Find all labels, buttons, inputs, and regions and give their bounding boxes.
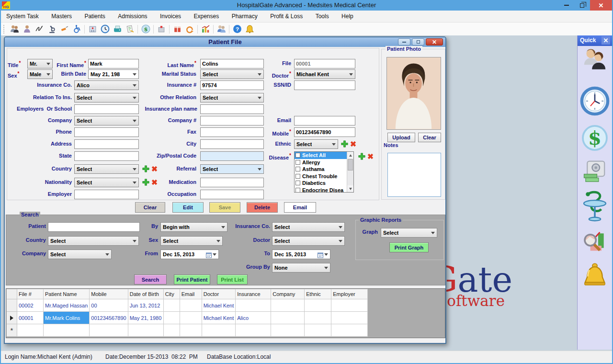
edit-button[interactable]: Edit [172,202,204,213]
save-button[interactable]: Save [209,202,240,213]
emergency-icon[interactable] [71,24,82,34]
disease-option-select-all[interactable]: Select All [295,152,353,159]
gift-icon[interactable] [172,24,182,34]
col-company[interactable]: Company [271,289,305,299]
company-select[interactable]: Select [74,116,139,125]
cell-company[interactable] [271,312,305,324]
disease-add-icon[interactable] [358,152,366,160]
cell-insurance[interactable] [236,299,271,312]
dialog-close-button[interactable]: ✕ [426,38,443,46]
cell-email[interactable] [180,312,202,324]
relation-to-ins-select[interactable]: Select [74,93,139,102]
cell-patient-name-selected[interactable]: Mr.Mark Colins [44,312,90,324]
new-row-header[interactable]: * [7,324,17,337]
mobile-input[interactable] [294,127,355,137]
quick-cash-safe-icon[interactable] [582,159,608,187]
print-graph-button[interactable]: Print Graph [389,242,429,252]
ssn-input[interactable] [294,80,355,90]
search-button[interactable]: Search [134,274,167,284]
menu-invoices[interactable]: Invoices [155,11,186,23]
stock-report-icon[interactable] [200,24,211,34]
doctors-icon[interactable] [216,24,227,34]
phone-input[interactable] [74,127,139,137]
cell-city[interactable] [163,299,180,312]
scroll-thumb[interactable] [348,159,353,171]
quick-pharmacy-icon[interactable] [581,191,609,225]
clear-button[interactable]: Clear [135,202,165,213]
employer-input[interactable] [74,190,139,199]
col-email[interactable]: Email [180,289,202,299]
cell-doctor[interactable]: Michael Kent [202,312,236,324]
search-to-date[interactable]: Dec 15, 2013 [272,250,330,259]
quick-reminder-bell-icon[interactable] [582,262,608,291]
fax-icon[interactable] [112,24,123,34]
col-file[interactable]: File # [17,289,44,299]
address-input[interactable] [74,139,139,149]
graph-select[interactable]: Select [381,228,437,238]
col-ethnic[interactable]: Ethnic [305,289,331,299]
other-relation-select[interactable]: Select [200,93,264,102]
quick-billing-icon[interactable]: $ [580,124,609,154]
col-doctor[interactable]: Doctor [202,289,236,299]
pharmacy-box-icon[interactable] [156,24,167,34]
nationality-select[interactable]: Select [74,178,139,187]
cell-employer[interactable] [331,299,368,312]
cell-insurance[interactable]: Alico [236,312,271,324]
cell-file[interactable]: 00001 [17,312,44,324]
email-button[interactable]: Email [284,202,316,213]
hospital-icon[interactable] [87,24,98,34]
insurance-co-select[interactable]: Alico [74,80,139,90]
billing-icon[interactable] [125,24,135,34]
cell-mobile[interactable]: 00 [90,299,128,312]
quick-clock-icon[interactable] [580,86,610,118]
ethnic-delete-icon[interactable] [349,140,357,148]
col-dob[interactable]: Date of Birth [128,289,163,299]
menu-pharmacy[interactable]: Pharmacy [227,11,263,23]
row-header-current[interactable] [7,312,17,324]
disease-option-asthama[interactable]: Asthama [295,166,353,173]
quick-patients-icon[interactable] [581,47,608,76]
col-city[interactable]: City [163,289,180,299]
patient-icon[interactable] [22,24,32,34]
menu-help[interactable]: Help [336,11,359,23]
disease-option-endocrine[interactable]: Endocrine Disea [295,187,353,193]
medication-input[interactable] [200,178,264,187]
col-insurance[interactable]: Insurance [236,289,271,299]
delete-button[interactable]: Delete [247,202,278,213]
cell-file[interactable]: 00002 [17,299,44,312]
ethnic-select[interactable]: Select [294,139,338,149]
search-sex-select[interactable]: Select [160,236,223,246]
col-mobile[interactable]: Mobile [90,289,128,299]
cell-ethnic[interactable] [305,299,331,312]
print-list-button[interactable]: Print List [217,274,248,284]
state-input[interactable] [74,151,139,161]
first-name-input[interactable] [88,59,139,68]
injection-icon[interactable] [59,24,69,34]
col-patient-name[interactable]: Patient Name [44,289,90,299]
close-button[interactable]: ✕ [590,0,612,11]
menu-expenses[interactable]: Expenses [189,11,225,23]
cell-email[interactable] [180,299,202,312]
cell-patient-name[interactable]: Mr.Maged Hassan [44,299,90,312]
menu-tools[interactable]: Tools [310,11,334,23]
disease-listbox[interactable]: Select All Allergy Asthama Chest Trouble… [294,151,354,193]
sex-select[interactable]: Male [27,69,53,79]
disease-delete-icon[interactable] [366,152,375,160]
ethnic-add-icon[interactable] [341,140,349,148]
cell-doctor[interactable]: Michael Kent [202,299,236,312]
birth-date-select[interactable]: May 21, 198 [88,69,139,79]
menu-masters[interactable]: Masters [46,11,77,23]
notes-textarea[interactable] [387,153,441,197]
menu-system-task[interactable]: System Task [1,11,44,23]
help-icon[interactable]: ? [232,24,242,34]
cell-city[interactable] [163,312,180,324]
scroll-up-icon[interactable] [347,152,353,159]
cell-company[interactable] [271,299,305,312]
payments-dollar-icon[interactable]: $ [140,24,151,34]
scroll-down-icon[interactable] [347,185,353,192]
search-patient-input[interactable] [48,222,140,232]
dialog-maximize-button[interactable] [412,38,424,46]
cell-dob[interactable]: Jun 13, 2012 [128,299,163,312]
reminder-bell-icon[interactable] [244,24,255,34]
restore-button[interactable] [575,0,589,11]
